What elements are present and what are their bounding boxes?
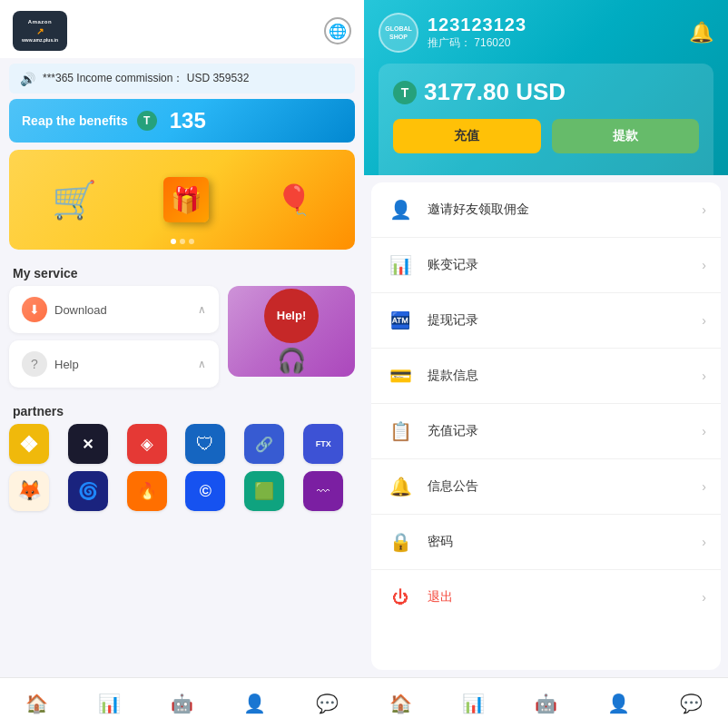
help-card[interactable]: Help! 🎧 (228, 286, 355, 377)
balance-card: T 3177.80 USD 充值 提款 (379, 64, 713, 175)
dot-1 (171, 239, 176, 244)
partner-kucoin2[interactable]: 🟩 (244, 471, 284, 511)
menu-account-change[interactable]: 📊 账变记录 › (371, 238, 721, 293)
service-row: ⬇ Download ∧ ? Help ∧ Help! 🎧 (0, 286, 364, 388)
invite-chevron: › (702, 202, 706, 217)
partner-metamask[interactable]: 🦊 (9, 471, 49, 511)
user-icon: 👤 (243, 693, 266, 714)
partner-fire[interactable]: 🔥 (127, 471, 167, 511)
right-robot-icon: 🤖 (535, 693, 557, 714)
right-nav-chart[interactable]: 📊 (437, 693, 509, 714)
right-nav-robot[interactable]: 🤖 (509, 693, 582, 714)
account-change-chevron: › (702, 258, 706, 272)
left-panel: Amazon ↗ www.amz.plus.in 🌐 🔊 ***365 Inco… (0, 0, 364, 728)
logo-top: Amazon (28, 19, 52, 25)
charge-button[interactable]: 充值 (393, 119, 541, 153)
shop-name: GLOBAL SHOP (380, 25, 417, 41)
amazon-logo: Amazon ↗ www.amz.plus.in (13, 11, 67, 51)
download-item[interactable]: ⬇ Download ∧ (9, 286, 219, 333)
marquee-text: ***365 Income commission： USD 359532 (43, 71, 249, 86)
left-nav-home[interactable]: 🏠 (0, 693, 73, 714)
right-nav-chat[interactable]: 💬 (655, 693, 728, 714)
charge-record-label: 充值记录 (428, 423, 689, 439)
my-service-title: My service (0, 257, 364, 286)
password-label: 密码 (428, 534, 689, 550)
withdraw-info-label: 提款信息 (428, 368, 689, 384)
partner-kucoin[interactable]: ◈ (127, 424, 167, 464)
shop-info: GLOBAL SHOP 123123123 推广码： 716020 (379, 13, 526, 53)
menu-withdraw-info[interactable]: 💳 提款信息 › (371, 349, 721, 404)
bell-icon[interactable]: 🔔 (689, 21, 713, 44)
help-label: Help (54, 358, 79, 371)
logo-arrow: ↗ (36, 26, 44, 37)
withdraw-info-chevron: › (702, 369, 706, 383)
withdraw-record-icon: 🏧 (386, 306, 415, 335)
marquee-bar: 🔊 ***365 Income commission： USD 359532 (9, 64, 355, 93)
menu-invite[interactable]: 👤 邀请好友领取佣金 › (371, 182, 721, 238)
withdraw-record-chevron: › (702, 313, 706, 328)
withdraw-record-label: 提现记录 (428, 312, 689, 329)
help-item[interactable]: ? Help ∧ (9, 340, 219, 388)
user-id: 123123123 (428, 15, 526, 35)
password-chevron: › (702, 535, 706, 549)
partner-ftx[interactable]: FTX (303, 424, 343, 464)
withdraw-button[interactable]: 提款 (552, 119, 700, 153)
banner-dots (171, 239, 194, 244)
right-nav-user[interactable]: 👤 (583, 693, 655, 714)
left-nav-chart[interactable]: 📊 (73, 693, 145, 714)
charge-record-chevron: › (702, 424, 706, 438)
partner-binance[interactable] (9, 424, 49, 464)
headset-icon: 🎧 (277, 347, 306, 375)
menu-charge-record[interactable]: 📋 充值记录 › (371, 404, 721, 459)
left-nav: 🏠 📊 🤖 👤 💬 (0, 677, 364, 728)
partner-last[interactable]: 〰 (303, 471, 343, 511)
menu-list: 👤 邀请好友领取佣金 › 📊 账变记录 › 🏧 提现记录 › 💳 提款信息 › … (371, 182, 721, 670)
right-chat-icon: 💬 (680, 693, 703, 714)
right-nav-home[interactable]: 🏠 (364, 693, 437, 714)
dot-3 (189, 239, 194, 244)
withdraw-info-icon: 💳 (386, 361, 415, 390)
partners-title: partners (0, 395, 364, 424)
globe-icon[interactable]: 🌐 (324, 17, 351, 44)
menu-withdraw-record[interactable]: 🏧 提现记录 › (371, 293, 721, 349)
balance-buttons: 充值 提款 (393, 119, 699, 161)
robot-icon: 🤖 (171, 693, 193, 714)
announcement-icon: 🔔 (386, 472, 415, 501)
left-nav-chat[interactable]: 💬 (291, 693, 364, 714)
menu-password[interactable]: 🔒 密码 › (371, 515, 721, 570)
invite-label: 邀请好友领取佣金 (428, 202, 689, 218)
partner-coinbase[interactable]: © (185, 471, 225, 511)
help-icon: ? (22, 351, 47, 377)
tether-icon: T (393, 81, 417, 104)
right-header: GLOBAL SHOP 123123123 推广码： 716020 🔔 T 31… (364, 0, 728, 175)
right-header-top: GLOBAL SHOP 123123123 推广码： 716020 🔔 (379, 13, 713, 53)
help-chevron: ∧ (198, 358, 206, 370)
left-nav-user[interactable]: 👤 (219, 693, 291, 714)
left-nav-robot[interactable]: 🤖 (145, 693, 218, 714)
logout-chevron: › (702, 590, 706, 605)
download-chevron: ∧ (198, 303, 206, 316)
charge-record-icon: 📋 (386, 417, 415, 446)
menu-announcement[interactable]: 🔔 信息公告 › (371, 459, 721, 515)
dot-2 (180, 239, 185, 244)
account-change-label: 账变记录 (428, 257, 689, 273)
right-home-icon: 🏠 (389, 693, 412, 714)
partner-shield[interactable]: 🛡 (185, 424, 225, 464)
promo-label: 推广码： (428, 36, 471, 49)
partner-link[interactable]: 🔗 (244, 424, 284, 464)
service-left: ⬇ Download ∧ ? Help ∧ (9, 286, 219, 388)
banner-content: 🛒 🎁 🎈 (9, 168, 355, 231)
invite-icon: 👤 (386, 195, 415, 224)
balance-amount: 3177.80 USD (424, 78, 566, 106)
partner-x[interactable]: ✕ (68, 424, 108, 464)
account-change-icon: 📊 (386, 251, 415, 280)
download-item-left: ⬇ Download (22, 297, 107, 322)
right-user-icon: 👤 (607, 693, 630, 714)
left-header: Amazon ↗ www.amz.plus.in 🌐 (0, 0, 364, 58)
partner-crypto[interactable]: 🌀 (68, 471, 108, 511)
help-circle: Help! (264, 289, 319, 343)
menu-logout[interactable]: ⏻ 退出 › (371, 570, 721, 625)
cart-icon: 🛒 (52, 179, 97, 221)
balance-row: T 3177.80 USD (393, 78, 699, 106)
help-item-left: ? Help (22, 351, 79, 377)
